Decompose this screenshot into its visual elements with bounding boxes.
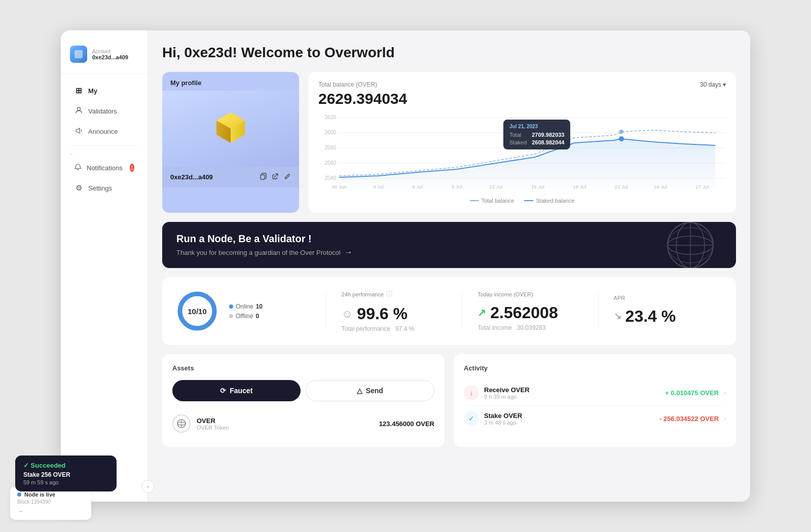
income-label: Today income (OVER) bbox=[477, 291, 582, 297]
account-label: Account bbox=[92, 49, 128, 54]
banner-validator-word: Validator bbox=[263, 233, 305, 244]
receive-icon: ↓ bbox=[464, 385, 479, 400]
legend-total-line bbox=[470, 200, 479, 201]
performance-sub-value: 97.4 % bbox=[395, 325, 414, 332]
stake-icon: ✓ bbox=[464, 411, 479, 426]
sidebar-collapse-button[interactable]: ‹ bbox=[141, 480, 155, 493]
svg-text:9 Jul: 9 Jul bbox=[452, 184, 462, 189]
account-avatar bbox=[70, 46, 87, 63]
svg-text:2580: 2580 bbox=[324, 145, 336, 150]
copy-address-button[interactable] bbox=[260, 173, 267, 181]
svg-point-18 bbox=[619, 130, 623, 134]
activity-info-receive: Receive OVER 9 h 39 m ago bbox=[484, 386, 660, 400]
offline-label: Offline bbox=[236, 313, 253, 320]
node-live-indicator: Node is live bbox=[17, 491, 84, 498]
notifications-icon bbox=[74, 163, 82, 172]
sidebar-item-settings[interactable]: ⚙ Settings bbox=[65, 178, 143, 198]
svg-text:21 Jul: 21 Jul bbox=[615, 184, 628, 189]
asset-sub-over: OVER Token bbox=[197, 425, 373, 431]
account-section: Account 0xe23d...a409 bbox=[61, 41, 148, 73]
open-external-button[interactable] bbox=[272, 173, 279, 181]
legend-staked-line bbox=[524, 200, 533, 201]
sidebar-item-announce[interactable]: Announce bbox=[65, 122, 143, 141]
balance-label: Total balance (OVER) bbox=[318, 81, 377, 88]
apr-label-text: APR bbox=[614, 295, 625, 301]
activity-time-stake: 3 m 48 s ago bbox=[484, 420, 654, 426]
period-selector[interactable]: 30 days ▾ bbox=[700, 81, 726, 88]
banner-subtitle-text: Thank you for becoming a guardian of the… bbox=[176, 249, 341, 256]
activity-name-stake: Stake OVER bbox=[484, 412, 654, 420]
edit-profile-button[interactable] bbox=[284, 173, 291, 181]
performance-sub-label: Total performance bbox=[342, 325, 390, 332]
settings-icon: ⚙ bbox=[74, 183, 83, 193]
activity-chevron-receive[interactable]: › bbox=[724, 389, 726, 396]
activity-time-receive: 9 h 39 m ago bbox=[484, 394, 660, 400]
banner-arrow-icon[interactable]: → bbox=[345, 248, 353, 257]
income-value: ↗ 2.562008 bbox=[477, 303, 582, 322]
apr-section: APR ↘ 23.4 % bbox=[609, 295, 724, 328]
performance-number: 99.6 % bbox=[357, 305, 408, 323]
send-label: Send bbox=[366, 387, 383, 395]
faucet-icon: ⟳ bbox=[220, 387, 226, 395]
cube-icon bbox=[205, 103, 256, 154]
top-section: My profile bbox=[162, 72, 736, 213]
svg-point-1 bbox=[77, 107, 80, 110]
income-sub-value: 30.039283 bbox=[517, 324, 546, 331]
sidebar: Account 0xe23d...a409 ⊞ My Validators An… bbox=[61, 30, 148, 502]
chart-area: 2620 2600 2580 2560 2540 bbox=[318, 112, 726, 194]
online-stat: Online 10 bbox=[229, 303, 263, 310]
banner-content: Run a Node, Be a Validator ! Thank you f… bbox=[176, 233, 353, 257]
sidebar-item-notifications[interactable]: Notifications 1 bbox=[65, 158, 143, 177]
sidebar-item-announce-label: Announce bbox=[88, 128, 118, 135]
activity-row-stake: ✓ Stake OVER 3 m 48 s ago - 256.034522 O… bbox=[464, 406, 726, 431]
validator-banner[interactable]: Run a Node, Be a Validator ! Thank you f… bbox=[162, 222, 736, 268]
svg-point-17 bbox=[619, 136, 624, 141]
node-live-label: Node is live bbox=[24, 491, 55, 498]
balance-chart: 2620 2600 2580 2560 2540 bbox=[318, 112, 726, 194]
sidebar-item-my[interactable]: ⊞ My bbox=[65, 81, 143, 100]
over-token-icon bbox=[172, 414, 191, 433]
app-window: Account 0xe23d...a409 ⊞ My Validators An… bbox=[61, 30, 750, 502]
asset-name-over: OVER bbox=[197, 417, 373, 425]
sidebar-item-my-label: My bbox=[88, 87, 97, 95]
assets-title: Assets bbox=[172, 364, 434, 372]
income-label-text: Today income (OVER) bbox=[477, 291, 533, 297]
live-dot bbox=[17, 492, 21, 497]
income-number: 2.562008 bbox=[490, 303, 558, 322]
sidebar-item-notifications-label: Notifications bbox=[87, 164, 123, 172]
send-button[interactable]: △ Send bbox=[306, 380, 435, 401]
main-content: Hi, 0xe23d! Welcome to Overworld My prof… bbox=[148, 30, 750, 502]
donut-label: 10/10 bbox=[188, 307, 207, 316]
account-address: 0xe23d...a409 bbox=[92, 54, 128, 60]
faucet-button[interactable]: ⟳ Faucet bbox=[172, 380, 301, 401]
period-value: 30 days bbox=[700, 81, 721, 88]
profile-card-bottom: 0xe23d...a409 bbox=[162, 167, 299, 187]
banner-title: Run a Node, Be a Validator ! bbox=[176, 233, 353, 245]
profile-address: 0xe23d...a409 bbox=[170, 173, 213, 181]
node-arrow-button[interactable]: → bbox=[17, 508, 23, 515]
arrow-up-icon: ↗ bbox=[477, 307, 486, 319]
svg-text:2620: 2620 bbox=[324, 115, 336, 120]
sidebar-item-validators-label: Validators bbox=[88, 107, 117, 115]
announce-icon bbox=[74, 127, 83, 136]
activity-chevron-stake[interactable]: › bbox=[724, 415, 726, 422]
svg-rect-0 bbox=[75, 50, 83, 58]
toast-action: Stake 256 OVER bbox=[23, 471, 108, 478]
profile-card-label: My profile bbox=[162, 72, 299, 91]
sidebar-item-validators[interactable]: Validators bbox=[65, 101, 143, 121]
profile-actions bbox=[260, 173, 291, 181]
arrow-down-icon: ↘ bbox=[614, 311, 621, 322]
performance-label-text: 24h performance bbox=[342, 291, 384, 297]
faucet-label: Faucet bbox=[230, 387, 252, 395]
activity-row-receive: ↓ Receive OVER 9 h 39 m ago + 0.010475 O… bbox=[464, 380, 726, 406]
svg-text:27 Jul: 27 Jul bbox=[696, 184, 709, 189]
validator-donut: 10/10 bbox=[174, 288, 220, 334]
globe-decoration-icon bbox=[655, 222, 726, 268]
offline-dot bbox=[229, 314, 233, 318]
asset-amount-over: 123.456000 OVER bbox=[379, 420, 434, 428]
assets-actions: ⟳ Faucet △ Send bbox=[172, 380, 434, 401]
page-title: Hi, 0xe23d! Welcome to Overworld bbox=[162, 45, 736, 61]
svg-text:2600: 2600 bbox=[324, 130, 336, 135]
donut-section: 10/10 Online 10 Offline 0 bbox=[174, 288, 316, 334]
assets-card: Assets ⟳ Faucet △ Send bbox=[162, 354, 445, 447]
